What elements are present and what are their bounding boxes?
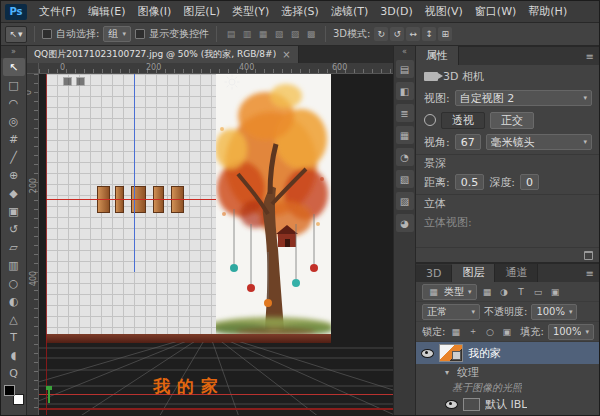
orthographic-button[interactable]: 正交 bbox=[490, 112, 534, 129]
document-tab[interactable]: QQ图片20171023100727.jpg @ 50% (我的家, RGB/8… bbox=[27, 46, 299, 63]
tool-preset-picker[interactable]: ↖ ▾ bbox=[5, 26, 27, 43]
align-bottom-icon[interactable]: ▩ bbox=[304, 27, 318, 41]
filter-shape-icon[interactable]: ▭ bbox=[532, 287, 545, 297]
tool-healing[interactable]: ⊕ bbox=[3, 166, 25, 184]
panel-icon-brush[interactable]: ◕ bbox=[396, 214, 414, 232]
tool-crop[interactable]: # bbox=[3, 130, 25, 148]
lock-pixels-icon[interactable]: ○ bbox=[483, 327, 496, 337]
tab-3d[interactable]: 3D bbox=[416, 265, 452, 282]
blend-mode-dropdown[interactable]: 正常 ▾ bbox=[422, 304, 480, 320]
menu-layer[interactable]: 图层(L) bbox=[177, 1, 226, 23]
panel-icon-swatches[interactable]: ◧ bbox=[396, 82, 414, 100]
secondary-view-swap-icon[interactable] bbox=[76, 77, 85, 86]
panel-icon-character[interactable]: ▧ bbox=[396, 170, 414, 188]
ruler-horizontal[interactable]: 0 200 400 600 bbox=[39, 63, 393, 74]
view-dropdown[interactable]: 自定视图 2 ▾ bbox=[455, 90, 592, 106]
opacity-field[interactable]: 100% ▾ bbox=[531, 304, 577, 320]
menu-3d[interactable]: 3D(D) bbox=[374, 1, 419, 23]
perspective-button[interactable]: 透视 bbox=[441, 112, 485, 129]
expand-panels-icon[interactable]: « bbox=[394, 46, 415, 58]
3d-light-widget-icon[interactable] bbox=[224, 74, 240, 90]
twisty-icon[interactable]: ▾ bbox=[442, 368, 452, 377]
visibility-eye-icon[interactable] bbox=[444, 397, 458, 411]
lock-position-icon[interactable]: ＋ bbox=[466, 325, 479, 338]
auto-select-checkbox[interactable] bbox=[42, 29, 52, 39]
panel-menu-icon[interactable]: ≡ bbox=[580, 51, 600, 62]
3d-scale-icon[interactable]: ⊞ bbox=[438, 27, 452, 41]
color-swatches[interactable] bbox=[4, 385, 24, 405]
show-transform-checkbox[interactable] bbox=[135, 29, 145, 39]
panel-icon-adjustments[interactable]: ≣ bbox=[396, 104, 414, 122]
tool-blur[interactable]: ○ bbox=[3, 274, 25, 292]
fov-unit-dropdown[interactable]: 毫米镜头 ▾ bbox=[486, 134, 592, 150]
tool-marquee[interactable]: □ bbox=[3, 76, 25, 94]
tool-clone-stamp[interactable]: ▣ bbox=[3, 202, 25, 220]
close-tab-icon[interactable]: × bbox=[282, 50, 290, 60]
tool-eyedropper[interactable]: ╱ bbox=[3, 148, 25, 166]
tool-gradient[interactable]: ▥ bbox=[3, 256, 25, 274]
filter-adjustment-icon[interactable]: ◑ bbox=[498, 287, 511, 297]
align-middle-v-icon[interactable]: ▨ bbox=[288, 27, 302, 41]
3d-roll-icon[interactable]: ↺ bbox=[390, 27, 404, 41]
align-top-icon[interactable]: ▧ bbox=[272, 27, 286, 41]
tool-history-brush[interactable]: ↺ bbox=[3, 220, 25, 238]
3d-layer-thumbnail[interactable] bbox=[439, 344, 463, 362]
tool-move[interactable]: ↖ bbox=[3, 58, 25, 76]
panel-icon-styles[interactable]: ▦ bbox=[396, 126, 414, 144]
3d-axis-widget[interactable] bbox=[48, 390, 50, 403]
texture-thumbnail[interactable] bbox=[463, 398, 480, 411]
panel-icon-paragraph[interactable]: ▨ bbox=[396, 192, 414, 210]
lock-all-icon[interactable]: ▣ bbox=[500, 327, 513, 337]
tool-zoom[interactable]: Q bbox=[3, 364, 25, 382]
tool-pen[interactable]: △ bbox=[3, 310, 25, 328]
tool-quick-select[interactable]: ◎ bbox=[3, 112, 25, 130]
layer-row-我的家[interactable]: 我的家 bbox=[416, 342, 600, 364]
tool-type[interactable]: T bbox=[3, 328, 25, 346]
foreground-color-swatch[interactable] bbox=[4, 385, 15, 396]
menu-window[interactable]: 窗口(W) bbox=[469, 1, 522, 23]
align-left-icon[interactable]: ▤ bbox=[224, 27, 238, 41]
tool-dodge[interactable]: ◐ bbox=[3, 292, 25, 310]
fill-field[interactable]: 100% ▾ bbox=[548, 324, 594, 340]
tool-lasso[interactable]: ◠ bbox=[3, 94, 25, 112]
menu-image[interactable]: 图像(I) bbox=[131, 1, 177, 23]
filter-pixel-icon[interactable]: ▦ bbox=[481, 287, 494, 297]
tab-properties[interactable]: 属性 bbox=[416, 46, 459, 65]
panel-menu-icon[interactable]: ≡ bbox=[580, 268, 600, 279]
menu-edit[interactable]: 编辑(E) bbox=[82, 1, 132, 23]
align-right-icon[interactable]: ▦ bbox=[256, 27, 270, 41]
layer-row-光照[interactable]: 基于图像的光照 bbox=[416, 381, 600, 395]
menu-view[interactable]: 视图(V) bbox=[419, 1, 469, 23]
tab-channels[interactable]: 通道 bbox=[495, 263, 538, 282]
align-center-h-icon[interactable]: ▥ bbox=[240, 27, 254, 41]
filter-smart-icon[interactable]: ▣ bbox=[549, 287, 562, 297]
auto-select-target-dropdown[interactable]: 组 ▾ bbox=[103, 26, 131, 42]
delete-icon[interactable] bbox=[584, 251, 593, 260]
toolbar-collapse-icon[interactable]: » bbox=[1, 46, 26, 58]
fov-value-field[interactable]: 67 bbox=[455, 134, 481, 150]
menu-help[interactable]: 帮助(H) bbox=[522, 1, 573, 23]
tool-brush[interactable]: ◆ bbox=[3, 184, 25, 202]
filter-type-icon[interactable]: T bbox=[515, 287, 528, 297]
lock-transparency-icon[interactable]: ▦ bbox=[449, 327, 462, 337]
distance-field[interactable]: 0.5 bbox=[455, 174, 485, 190]
ruler-vertical[interactable]: 0 200 400 bbox=[27, 74, 39, 416]
visibility-eye-icon[interactable] bbox=[420, 346, 434, 360]
canvas-title-text[interactable]: 我的家 bbox=[153, 375, 225, 398]
depth-field[interactable]: 0 bbox=[520, 174, 539, 190]
layer-row-纹理[interactable]: ▾ 纹理 bbox=[416, 364, 600, 381]
layer-filter-dropdown[interactable]: ▦ 类型 ▾ bbox=[422, 284, 477, 300]
menu-file[interactable]: 文件(F) bbox=[33, 1, 82, 23]
secondary-view-icon[interactable] bbox=[63, 77, 72, 86]
panel-icon-info[interactable]: ◔ bbox=[396, 148, 414, 166]
3d-slide-icon[interactable]: ↕ bbox=[422, 27, 436, 41]
menu-select[interactable]: 选择(S) bbox=[275, 1, 325, 23]
panel-icon-history[interactable]: ▤ bbox=[396, 60, 414, 78]
3d-pan-icon[interactable]: ↔ bbox=[406, 27, 420, 41]
document-viewport[interactable]: 我的家 bbox=[39, 74, 393, 416]
tool-eraser[interactable]: ▱ bbox=[3, 238, 25, 256]
3d-orbit-icon[interactable]: ↻ bbox=[374, 27, 388, 41]
ruler-origin[interactable] bbox=[27, 63, 39, 74]
menu-type[interactable]: 类型(Y) bbox=[226, 1, 275, 23]
layer-row-默认IBL[interactable]: 默认 IBL bbox=[416, 395, 600, 413]
